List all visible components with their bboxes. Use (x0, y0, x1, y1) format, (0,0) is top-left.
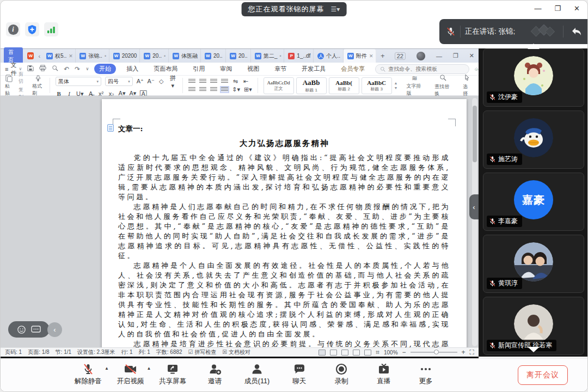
print-icon[interactable] (39, 65, 46, 73)
text-direction-icon[interactable]: ⇋ (232, 78, 238, 85)
bullet-list-icon[interactable] (188, 79, 195, 84)
align-right-icon[interactable] (210, 87, 217, 92)
doc-tab[interactable]: W第二_• (251, 49, 284, 63)
participant-tile[interactable]: 施艺涛 (483, 111, 584, 169)
zoom-slider-knob[interactable] (434, 350, 439, 354)
ribbon-tab-home[interactable]: 开始 (94, 64, 116, 74)
style-normal[interactable]: AaBbCcDd 正文 (264, 77, 294, 94)
ribbon-tab-section[interactable]: 章节 (270, 64, 291, 74)
style-heading3[interactable]: AaBbC 标题 3 (362, 77, 392, 94)
tab-scroll-left-icon[interactable]: ‹ (38, 53, 40, 59)
tab-close-icon[interactable]: ✕ (369, 53, 373, 59)
network-signal-icon[interactable] (44, 22, 58, 36)
close-button[interactable]: ✕ (574, 5, 580, 13)
web-view-icon[interactable] (353, 350, 360, 356)
ribbon-tab-review[interactable]: 审阅 (215, 64, 237, 74)
zoom-out-button[interactable]: − (402, 348, 406, 356)
align-center-icon[interactable] (199, 87, 206, 92)
numbered-list-icon[interactable] (199, 79, 206, 84)
share-screen-button[interactable]: 共享屏幕 (158, 363, 187, 386)
participant-tile[interactable]: 沈伊豪 (483, 48, 584, 107)
doc-tab[interactable]: W权5..✕ (42, 49, 76, 63)
doc-tab[interactable]: W体医融 (169, 49, 201, 63)
page-view-icon[interactable] (318, 350, 326, 356)
emoji-face-icon[interactable] (17, 325, 26, 334)
ribbon-tab-layout[interactable]: 页面布局 (149, 64, 182, 74)
borders-icon[interactable]: ⊞▾ (244, 86, 252, 93)
clear-format-button[interactable]: ◇ (158, 78, 164, 85)
read-mode-icon[interactable] (341, 350, 348, 356)
paste-button[interactable]: 粘贴 (5, 74, 13, 97)
shrink-font-button[interactable]: A⁻ (148, 78, 155, 85)
undo-icon[interactable]: ↶ (64, 65, 69, 73)
camera-options-arrow[interactable]: ▲ (147, 366, 151, 371)
doc-tab[interactable]: W20200 (109, 49, 140, 63)
wps-close-button[interactable]: ✕ (469, 52, 474, 59)
ribbon-tab-references[interactable]: 引用 (188, 64, 210, 74)
ribbon-tab-devtools[interactable]: 开发工具 (297, 64, 330, 74)
zoom-in-button[interactable]: + (462, 348, 465, 356)
fit-page-icon[interactable]: ⌗ (376, 348, 379, 356)
collapse-float-button[interactable]: ‹ (47, 322, 62, 337)
zoom-level[interactable]: 100% (384, 350, 398, 356)
ribbon-tab-view[interactable]: 视图 (242, 64, 264, 74)
new-tab-button[interactable]: + (376, 52, 389, 60)
wps-maximize-button[interactable]: ❐ (453, 52, 458, 59)
tab-close-icon[interactable]: ✕ (69, 53, 73, 59)
live-stream-button[interactable]: 直播 (370, 363, 398, 386)
doc-tab[interactable]: W20..• (140, 49, 169, 63)
command-search[interactable] (375, 64, 469, 74)
doc-tab-active[interactable]: W附件✕ (344, 49, 376, 63)
invite-button[interactable]: 邀请 (201, 363, 229, 386)
wps-account-avatar[interactable] (416, 52, 425, 60)
ribbon-tab-insert[interactable]: 插入 (121, 64, 143, 74)
decrease-indent-icon[interactable] (210, 79, 217, 84)
members-button[interactable]: 成员(11) (243, 363, 271, 386)
quickbar-dropdown-icon[interactable]: ∨ (85, 66, 89, 71)
format-painter-button[interactable]: 格式刷 (32, 75, 44, 97)
doc-tab[interactable]: W20.. (226, 49, 251, 63)
scroll-up-arrow[interactable] (528, 44, 540, 49)
find-replace-button[interactable]: 查找替换 (431, 74, 454, 97)
ink-icon[interactable] (364, 350, 371, 356)
more-button[interactable]: 更多 (412, 363, 440, 386)
wps-app-icon[interactable]: W (27, 52, 34, 59)
grow-font-button[interactable]: A⁺ (137, 78, 144, 85)
style-up-icon[interactable]: ▲ (394, 81, 398, 85)
cut-button[interactable]: 剪切 (19, 71, 27, 85)
start-video-button[interactable]: 开启视频 ▲ (117, 363, 145, 386)
tab-count-badge[interactable]: 22 (395, 52, 406, 60)
doc-scrollbar[interactable] (472, 98, 477, 346)
meeting-info-icon[interactable]: i (6, 22, 20, 36)
wrap-icon[interactable]: ⇤ (242, 78, 249, 85)
text-layout-button[interactable]: ≋ 文字排版 (403, 74, 426, 97)
style-down-icon[interactable]: ▼ (394, 86, 398, 90)
proofing-toggle[interactable]: ☒ 文档校对 (222, 348, 250, 356)
wps-minimize-button[interactable]: — (436, 53, 442, 59)
status-wordcount[interactable]: 字数: 6882 (156, 348, 182, 356)
panel-collapse-handle[interactable]: ‹ (469, 194, 479, 219)
caption-keyboard-icon[interactable] (31, 326, 41, 333)
search-input[interactable] (388, 66, 464, 72)
align-left-icon[interactable] (188, 87, 195, 92)
participant-tile[interactable]: 嘉豪 李嘉豪 (483, 173, 584, 231)
increase-indent-icon[interactable] (221, 79, 228, 84)
leave-meeting-button[interactable]: 离开会议 (518, 365, 568, 385)
style-heading1[interactable]: AaBb 标题 1 (296, 77, 327, 94)
participant-tile[interactable]: 黄琪淳 (483, 235, 584, 293)
chat-button[interactable]: 聊天 (285, 363, 314, 386)
viewing-banner[interactable]: 您正在观看张锦的屏幕 ☰▾ (242, 2, 347, 16)
doc-tab[interactable]: W张锦..• (76, 49, 109, 63)
mic-options-arrow[interactable]: ▲ (105, 366, 109, 371)
security-shield-icon[interactable] (25, 22, 39, 36)
print-preview-icon[interactable] (52, 65, 58, 73)
scroll-down-arrow[interactable] (528, 347, 540, 352)
ribbon-tab-membership[interactable]: 会员专享 (336, 64, 370, 74)
unmute-button[interactable]: 解除静音 ▲ (74, 363, 102, 386)
maximize-button[interactable]: ❐ (554, 5, 561, 13)
document-area[interactable]: 文章一: 大力弘扬志愿服务精神 党的十九届五中全会通过的《建议》明确指出:“提高… (1, 96, 479, 347)
minimize-button[interactable]: — (534, 5, 541, 13)
participant-tile[interactable]: 新闻宣传部 徐若寒 (483, 297, 584, 355)
style-heading2[interactable]: AaBb( 标题 2 (329, 77, 359, 94)
select-button[interactable]: 选择 (460, 74, 474, 97)
